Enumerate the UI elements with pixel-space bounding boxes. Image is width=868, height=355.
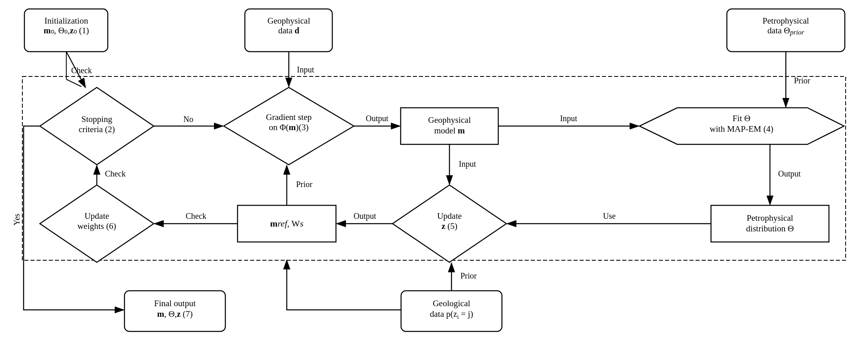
no-label: No — [183, 115, 193, 124]
update-w-text1: Update — [85, 211, 109, 221]
output-label1: Output — [366, 114, 388, 123]
input-label1: Input — [297, 65, 314, 74]
final-text2: m, Θ,z (7) — [157, 309, 193, 319]
check-label2: Check — [185, 211, 206, 220]
final-text1: Final output — [154, 298, 196, 308]
check-label3: Check — [105, 169, 126, 178]
update-z-text1: Update — [437, 211, 462, 221]
update-z-text2: z (5) — [441, 221, 457, 231]
fit-theta-text1: Fit Θ — [733, 113, 750, 123]
output-label3: Output — [353, 211, 376, 221]
prior-label1: Prior — [794, 76, 810, 85]
yes-label: Yes — [12, 213, 21, 225]
prior-label2: Prior — [296, 180, 312, 189]
geo-data2-text2: data p(zi = j) — [430, 309, 473, 320]
mref-ws-text: mref, Ws — [270, 218, 303, 229]
grad-text1: Gradient step — [266, 112, 312, 122]
geo-data-text2: data d — [278, 26, 299, 35]
petro-dist-text2: distribution Θ — [746, 224, 794, 233]
fit-theta-text2: with MAP-EM (4) — [710, 124, 773, 134]
geo-data-text1: Geophysical — [268, 16, 310, 26]
petro-prior-text1: Petrophysical — [763, 16, 809, 26]
check-label1: Check — [71, 66, 92, 75]
input-label3: Input — [459, 159, 476, 169]
geo-model-text1: Geophysical — [428, 115, 471, 125]
input-label2: Input — [560, 114, 578, 123]
output-label2: Output — [778, 169, 801, 179]
init-text2: m₀, Θ₀,z₀ (1) — [44, 26, 89, 35]
main-diagram: Initialization m₀, Θ₀,z₀ (1) Geophysical… — [0, 0, 868, 355]
geo-model-text2: model m — [434, 126, 465, 135]
prior-label3: Prior — [460, 271, 477, 280]
geo-data2-text1: Geological — [433, 298, 470, 308]
stopping-text2: criteria (2) — [79, 124, 115, 134]
grad-text2: on Φ(m)(3) — [269, 122, 309, 132]
update-w-text2: weights (6) — [77, 221, 116, 231]
stopping-text1: Stopping — [81, 114, 112, 124]
petro-dist-text1: Petrophysical — [747, 213, 793, 223]
init-text1: Initialization — [44, 16, 88, 26]
use-label: Use — [603, 211, 615, 220]
